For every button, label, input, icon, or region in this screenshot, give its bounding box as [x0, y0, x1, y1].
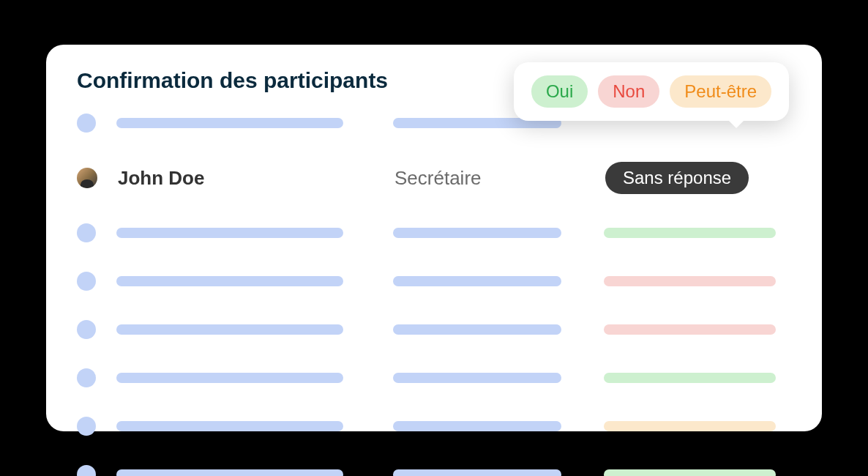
name-placeholder: [116, 469, 343, 476]
name-placeholder: [116, 228, 343, 238]
list-item: [77, 223, 791, 242]
role-placeholder: [393, 228, 561, 238]
status-placeholder: [604, 373, 776, 383]
status-placeholder: [604, 421, 776, 431]
avatar: [77, 168, 97, 188]
avatar-placeholder: [77, 114, 96, 133]
avatar-placeholder: [77, 272, 96, 291]
status-placeholder: [604, 276, 776, 286]
participant-list: John Doe Secrétaire Sans réponse: [77, 114, 791, 476]
status-popover: Oui Non Peut-être: [514, 62, 789, 121]
list-item-active: John Doe Secrétaire Sans réponse: [77, 162, 791, 194]
role-placeholder: [393, 276, 561, 286]
name-placeholder: [116, 324, 343, 335]
name-placeholder: [116, 276, 343, 286]
role-placeholder: [393, 421, 561, 431]
name-placeholder: [116, 118, 343, 128]
avatar-placeholder: [77, 320, 96, 339]
name-placeholder: [116, 373, 343, 383]
status-placeholder: [604, 228, 776, 238]
status-placeholder: [604, 469, 776, 476]
list-item: [77, 417, 791, 436]
option-no[interactable]: Non: [598, 75, 659, 108]
participants-card: Confirmation des participants John Doe S…: [46, 45, 822, 431]
list-item: [77, 368, 791, 387]
option-maybe[interactable]: Peut-être: [670, 75, 771, 108]
avatar-placeholder: [77, 368, 96, 387]
name-placeholder: [116, 421, 343, 431]
avatar-placeholder: [77, 417, 96, 436]
participant-role: Secrétaire: [394, 167, 482, 189]
role-placeholder: [393, 324, 561, 335]
avatar-placeholder: [77, 465, 96, 476]
option-yes[interactable]: Oui: [531, 75, 588, 108]
list-item: [77, 465, 791, 476]
status-placeholder: [604, 324, 776, 335]
list-item: [77, 272, 791, 291]
avatar-placeholder: [77, 223, 96, 242]
list-item: [77, 320, 791, 339]
role-placeholder: [393, 373, 561, 383]
role-placeholder: [393, 469, 561, 476]
status-badge[interactable]: Sans réponse: [605, 162, 749, 194]
participant-name: John Doe: [118, 167, 204, 189]
